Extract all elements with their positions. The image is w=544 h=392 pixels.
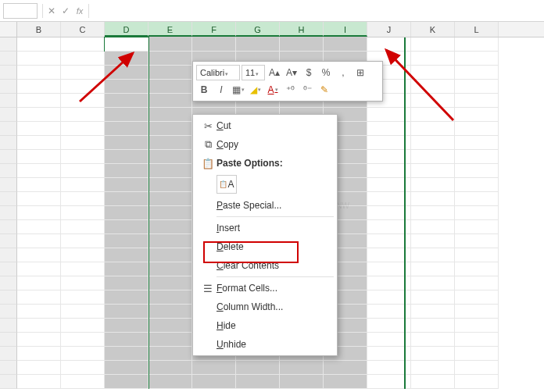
cell[interactable] bbox=[17, 66, 61, 80]
menu-format-cells[interactable]: ☰ Format Cells... bbox=[193, 279, 337, 298]
cell[interactable] bbox=[455, 262, 499, 276]
fill-color-icon[interactable]: ◢ bbox=[248, 82, 263, 98]
percent-icon[interactable]: % bbox=[318, 65, 334, 80]
cell[interactable] bbox=[105, 136, 149, 150]
col-header-c[interactable]: C bbox=[61, 22, 105, 37]
col-header-e[interactable]: E bbox=[149, 22, 192, 37]
cell[interactable] bbox=[411, 192, 455, 206]
cell[interactable] bbox=[149, 37, 192, 52]
cell[interactable] bbox=[455, 361, 499, 375]
cell[interactable] bbox=[149, 333, 192, 347]
font-color-icon[interactable]: A bbox=[265, 82, 281, 98]
increase-font-icon[interactable]: A▴ bbox=[267, 65, 282, 80]
row-header[interactable] bbox=[0, 347, 17, 361]
row-header[interactable] bbox=[0, 248, 17, 262]
cell[interactable] bbox=[455, 290, 499, 305]
cell[interactable] bbox=[105, 80, 149, 94]
cell[interactable] bbox=[17, 305, 61, 319]
cell[interactable] bbox=[105, 319, 149, 333]
col-header-k[interactable]: K bbox=[411, 22, 455, 37]
cell[interactable] bbox=[17, 248, 61, 262]
cell[interactable] bbox=[61, 262, 105, 276]
cell[interactable] bbox=[61, 375, 105, 389]
cell[interactable] bbox=[61, 220, 105, 234]
cell[interactable] bbox=[105, 192, 149, 206]
cell[interactable] bbox=[17, 192, 61, 206]
cell[interactable] bbox=[61, 80, 105, 94]
cell[interactable] bbox=[17, 150, 61, 164]
cell[interactable] bbox=[324, 375, 367, 389]
cell[interactable] bbox=[61, 347, 105, 361]
cell[interactable] bbox=[455, 206, 499, 220]
cell[interactable] bbox=[17, 108, 61, 122]
cell[interactable] bbox=[105, 262, 149, 276]
cell[interactable] bbox=[455, 347, 499, 361]
row-header[interactable] bbox=[0, 234, 17, 248]
cell[interactable] bbox=[105, 361, 149, 375]
cell[interactable] bbox=[105, 333, 149, 347]
cell[interactable] bbox=[61, 192, 105, 206]
decrease-font-icon[interactable]: A▾ bbox=[284, 65, 299, 80]
cell[interactable] bbox=[17, 37, 61, 52]
col-header-l[interactable]: L bbox=[455, 22, 499, 37]
cell[interactable] bbox=[411, 150, 455, 164]
cell[interactable] bbox=[411, 94, 455, 108]
cell[interactable] bbox=[411, 305, 455, 319]
cell[interactable] bbox=[411, 333, 455, 347]
cell[interactable] bbox=[105, 375, 149, 389]
cell[interactable] bbox=[105, 305, 149, 319]
col-header-d[interactable]: D bbox=[105, 22, 149, 37]
cell[interactable] bbox=[105, 290, 149, 305]
cell[interactable] bbox=[411, 375, 455, 389]
row-header[interactable] bbox=[0, 333, 17, 347]
cell[interactable] bbox=[61, 361, 105, 375]
cell[interactable] bbox=[149, 150, 192, 164]
cell[interactable] bbox=[61, 122, 105, 136]
cell[interactable] bbox=[411, 262, 455, 276]
cell[interactable] bbox=[61, 248, 105, 262]
row-header[interactable] bbox=[0, 66, 17, 80]
cell[interactable] bbox=[411, 37, 455, 52]
format-cells-icon[interactable]: ⊞ bbox=[353, 65, 368, 80]
cell[interactable] bbox=[149, 94, 192, 108]
cell[interactable] bbox=[411, 80, 455, 94]
cell[interactable] bbox=[411, 178, 455, 192]
cell[interactable] bbox=[455, 192, 499, 206]
cell[interactable] bbox=[149, 80, 192, 94]
cell[interactable] bbox=[149, 136, 192, 150]
cell[interactable] bbox=[105, 37, 149, 52]
cell[interactable] bbox=[411, 248, 455, 262]
cell[interactable] bbox=[17, 276, 61, 290]
cell[interactable] bbox=[455, 248, 499, 262]
row-header[interactable] bbox=[0, 305, 17, 319]
cell[interactable] bbox=[411, 206, 455, 220]
cell[interactable] bbox=[236, 37, 280, 52]
cell[interactable] bbox=[17, 347, 61, 361]
comma-icon[interactable]: , bbox=[335, 65, 351, 80]
cell[interactable] bbox=[149, 52, 192, 66]
menu-unhide[interactable]: Unhide bbox=[193, 335, 337, 354]
cell[interactable] bbox=[455, 234, 499, 248]
cell[interactable] bbox=[61, 319, 105, 333]
cell[interactable] bbox=[411, 361, 455, 375]
cell[interactable] bbox=[61, 206, 105, 220]
cell[interactable] bbox=[105, 164, 149, 178]
name-box[interactable] bbox=[3, 3, 38, 19]
menu-insert[interactable]: Insert bbox=[193, 219, 337, 237]
italic-button[interactable]: I bbox=[213, 82, 229, 98]
cell[interactable] bbox=[149, 248, 192, 262]
cell[interactable] bbox=[17, 94, 61, 108]
cell[interactable] bbox=[455, 150, 499, 164]
cell[interactable] bbox=[149, 276, 192, 290]
increase-decimal-icon[interactable]: ⁺⁰ bbox=[282, 82, 298, 98]
cell[interactable] bbox=[149, 290, 192, 305]
cell[interactable] bbox=[149, 178, 192, 192]
cell[interactable] bbox=[411, 164, 455, 178]
cell[interactable] bbox=[105, 52, 149, 66]
row-header[interactable] bbox=[0, 206, 17, 220]
select-all-corner[interactable] bbox=[0, 22, 17, 37]
cell[interactable] bbox=[17, 290, 61, 305]
cell[interactable] bbox=[61, 333, 105, 347]
cell[interactable] bbox=[455, 66, 499, 80]
col-header-b[interactable]: B bbox=[17, 22, 61, 37]
